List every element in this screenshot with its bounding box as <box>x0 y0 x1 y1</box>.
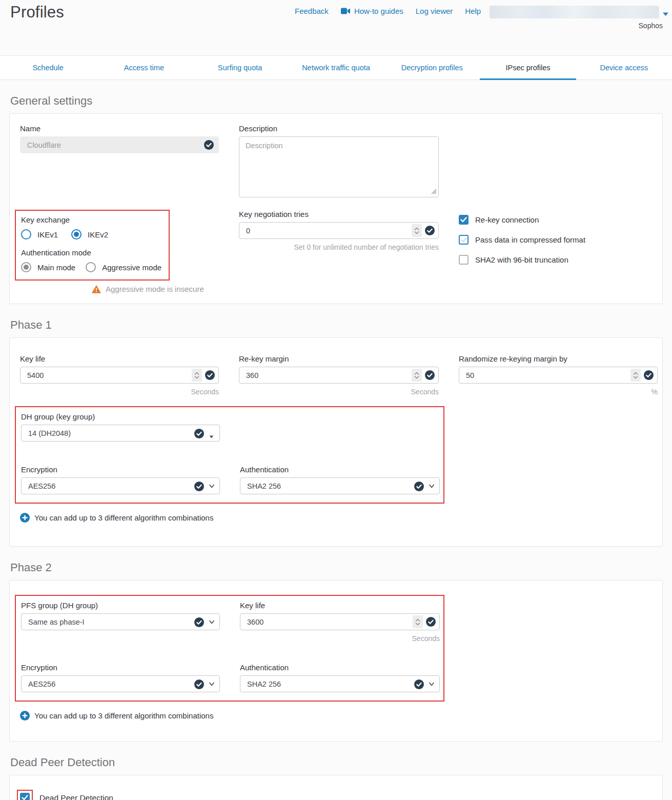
options-column: Re-key connection Pass data in compresse… <box>459 210 658 293</box>
p1-key-life-unit: Seconds <box>20 388 219 396</box>
pfs-group-label: PFS group (DH group) <box>21 601 220 610</box>
p1-randomize-label: Randomize re-keying margin by <box>459 354 658 363</box>
account-selector[interactable] <box>490 6 659 18</box>
chevron-down-icon[interactable] <box>428 483 435 491</box>
tab-surfing-quota[interactable]: Surfing quota <box>192 56 288 79</box>
p1-rekey-margin-label: Re-key margin <box>239 354 439 363</box>
chevron-down-icon[interactable] <box>208 681 215 689</box>
p1-randomize-input[interactable] <box>459 367 658 384</box>
chevron-down-icon[interactable] <box>208 483 215 491</box>
radio-ikev2[interactable] <box>71 229 82 239</box>
valid-check-badge-icon <box>414 482 424 491</box>
p1-authentication-select[interactable]: SHA2 256 <box>240 477 440 494</box>
p1-encryption-group: Encryption AES256 <box>21 465 220 494</box>
p1-encryption-label: Encryption <box>21 465 220 474</box>
number-stepper[interactable] <box>192 369 202 382</box>
chevron-down-icon[interactable] <box>428 681 435 689</box>
add-plus-icon[interactable] <box>20 711 30 721</box>
feedback-link[interactable]: Feedback <box>295 7 329 15</box>
account-caret-down-icon[interactable] <box>662 9 669 18</box>
log-viewer-link[interactable]: Log viewer <box>416 7 453 15</box>
p2-key-life-group: Key life Seconds <box>240 601 440 643</box>
description-textarea[interactable] <box>239 136 439 197</box>
pfs-group-value: Same as phase-I <box>28 618 85 626</box>
radio-main-mode-label[interactable]: Main mode <box>37 263 75 272</box>
p2-authentication-group: Authentication SHA2 256 <box>240 663 440 692</box>
valid-check-badge-icon <box>194 617 204 627</box>
dh-group-select[interactable]: 14 (DH2048) <box>21 425 220 442</box>
key-negotiation-input[interactable] <box>239 222 439 239</box>
help-link[interactable]: Help <box>465 7 481 15</box>
p2-authentication-select[interactable]: SHA2 256 <box>240 675 440 692</box>
p2-key-life-unit: Seconds <box>240 634 440 643</box>
radio-aggressive-mode[interactable] <box>86 262 96 272</box>
key-exchange-label: Key exchange <box>21 215 162 224</box>
dpd-checkbox[interactable] <box>20 793 30 800</box>
pfs-group-group: PFS group (DH group) Same as phase-I <box>21 601 220 643</box>
p1-rekey-margin-group: Re-key margin Seconds <box>239 354 439 396</box>
howto-guides-link[interactable]: How-to guides <box>341 7 403 15</box>
dh-group-value: 14 (DH2048) <box>28 429 71 437</box>
radio-aggressive-mode-label[interactable]: Aggressive mode <box>102 263 161 272</box>
header-links: Feedback How-to guides Log viewer Help <box>295 7 481 15</box>
add-plus-icon[interactable] <box>20 513 30 523</box>
tab-access-time[interactable]: Access time <box>96 56 192 79</box>
tab-schedule[interactable]: Schedule <box>0 56 96 79</box>
valid-check-badge-icon <box>205 370 215 380</box>
valid-check-badge-icon <box>425 370 435 380</box>
tab-ipsec-profiles[interactable]: IPsec profiles <box>480 56 576 79</box>
valid-check-badge-icon <box>194 429 204 438</box>
rekey-connection-checkbox[interactable] <box>459 215 469 225</box>
number-stepper[interactable] <box>412 369 422 382</box>
number-stepper[interactable] <box>630 369 641 382</box>
caret-down-icon[interactable] <box>209 432 214 440</box>
dpd-toggle-label[interactable]: Dead Peer Detection <box>39 793 113 800</box>
p1-key-life-input[interactable] <box>20 367 219 384</box>
phase1-heading: Phase 1 <box>10 318 672 332</box>
video-camera-icon <box>341 8 351 14</box>
dpd-toggle-row: Dead Peer Detection <box>20 790 652 800</box>
sha2-truncation-label[interactable]: SHA2 with 96-bit truncation <box>475 255 568 264</box>
radio-main-mode[interactable] <box>21 262 31 272</box>
radio-ikev1-label[interactable]: IKEv1 <box>37 230 58 239</box>
p1-rekey-margin-input[interactable] <box>239 367 439 384</box>
p1-key-life-group: Key life Seconds <box>20 354 219 396</box>
compressed-format-checkbox[interactable] <box>459 235 469 245</box>
radio-ikev2-label[interactable]: IKEv2 <box>88 230 108 239</box>
name-group: Name <box>20 124 219 199</box>
tab-decryption-profiles[interactable]: Decryption profiles <box>384 56 480 79</box>
p2-note-text: You can add up to 3 different algorithm … <box>34 711 213 720</box>
name-label: Name <box>20 124 219 133</box>
p1-encryption-value: AES256 <box>28 482 55 490</box>
dh-group-group: DH group (key group) 14 (DH2048) <box>21 412 220 442</box>
pfs-group-select[interactable]: Same as phase-I <box>21 613 220 630</box>
radio-ikev1[interactable] <box>21 229 31 239</box>
valid-check-badge-icon <box>194 679 204 689</box>
key-negotiation-label: Key negotiation tries <box>239 210 439 218</box>
general-settings-heading: General settings <box>10 94 672 108</box>
chevron-down-icon[interactable] <box>208 618 215 627</box>
tab-network-traffic-quota[interactable]: Network traffic quota <box>288 56 384 79</box>
rekey-connection-label[interactable]: Re-key connection <box>475 215 539 224</box>
key-exchange-column: Key exchange IKEv1 IKEv2 Authentication … <box>20 210 219 293</box>
valid-check-badge-icon <box>644 370 654 380</box>
sha2-truncation-checkbox[interactable] <box>459 255 469 265</box>
tab-device-access[interactable]: Device access <box>576 56 672 79</box>
number-stepper[interactable] <box>413 615 423 628</box>
p1-authentication-value: SHA2 256 <box>247 482 281 490</box>
p2-encryption-select[interactable]: AES256 <box>21 675 220 692</box>
p1-encryption-select[interactable]: AES256 <box>21 477 220 494</box>
p2-encryption-value: AES256 <box>28 680 55 688</box>
annotation-box-dpd-checkbox <box>17 790 33 800</box>
annotation-box-phase2-algorithms: PFS group (DH group) Same as phase-I Key… <box>15 595 444 702</box>
p1-key-life-label: Key life <box>20 354 219 363</box>
number-stepper[interactable] <box>412 224 422 237</box>
phase1-card: Key life Seconds Re-key margin Seconds R… <box>9 337 663 547</box>
valid-check-badge-icon <box>204 140 214 150</box>
dpd-card: Dead Peer Detection Check peer after eve… <box>9 775 663 800</box>
p2-key-life-input[interactable] <box>240 613 440 630</box>
name-input[interactable] <box>20 136 219 153</box>
compressed-format-label[interactable]: Pass data in compressed format <box>475 235 585 244</box>
description-group: Description <box>239 124 439 199</box>
p2-encryption-group: Encryption AES256 <box>21 663 220 692</box>
